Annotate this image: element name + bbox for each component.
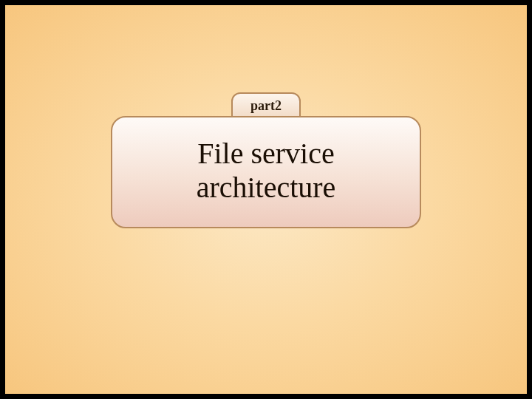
- slide-frame: part2 File service architecture: [0, 0, 532, 399]
- slide-title: File service architecture: [130, 137, 402, 205]
- title-block: part2 File service architecture: [111, 116, 421, 228]
- section-tab-label: part2: [250, 98, 282, 113]
- title-box: File service architecture: [111, 116, 421, 228]
